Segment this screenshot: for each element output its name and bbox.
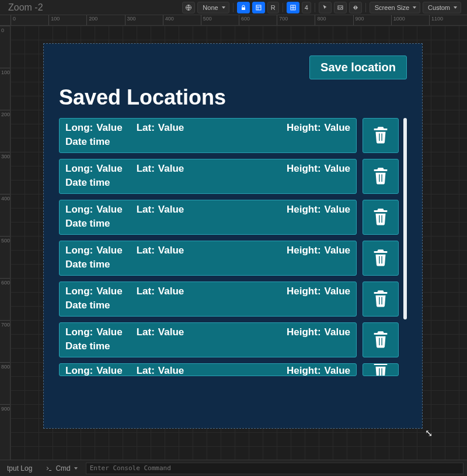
- height-value: Value: [325, 286, 350, 297]
- console-command-input[interactable]: [86, 463, 463, 474]
- location-card[interactable]: Long ValueLat ValueHeight ValueDate time: [59, 118, 357, 153]
- height-label: Height: [287, 326, 321, 338]
- mirror-icon[interactable]: [349, 2, 362, 13]
- cmd-label: Cmd: [55, 464, 70, 472]
- delete-location-button[interactable]: [363, 118, 399, 153]
- datetime-value: Date time: [65, 300, 350, 311]
- long-label: Long: [65, 365, 93, 376]
- datetime-value: Date time: [65, 136, 350, 148]
- long-label: Long: [65, 245, 93, 256]
- location-card[interactable]: Long ValueLat ValueHeight ValueDate time: [59, 363, 357, 376]
- lat-label: Lat: [137, 122, 155, 134]
- ruler-tick: 200: [0, 110, 10, 152]
- cmd-dropdown[interactable]: Cmd: [41, 463, 79, 474]
- trash-icon: [371, 288, 391, 310]
- locations-scrollbar[interactable]: [403, 118, 407, 376]
- ruler-tick: 400: [163, 15, 201, 25]
- delete-location-button[interactable]: [363, 282, 399, 317]
- location-row: Long ValueLat ValueHeight ValueDate time: [59, 322, 399, 357]
- image-icon[interactable]: [334, 2, 347, 13]
- trash-icon: [371, 124, 391, 147]
- ruler-tick: 300: [125, 15, 163, 25]
- height-label: Height: [287, 204, 321, 216]
- saved-locations-panel: Save location Saved Locations Long Value…: [44, 44, 422, 428]
- location-row: Long ValueLat ValueHeight ValueDate time: [59, 241, 399, 276]
- ruler-tick: 700: [277, 15, 315, 25]
- long-label: Long: [65, 326, 93, 338]
- lock-icon[interactable]: [237, 2, 250, 13]
- ruler-tick: 0: [11, 15, 48, 25]
- trash-icon: [371, 247, 391, 269]
- widget-bounds[interactable]: ⤡ Save location Saved Locations Long Val…: [43, 43, 423, 429]
- ruler-tick: 100: [0, 68, 10, 110]
- location-card[interactable]: Long ValueLat ValueHeight ValueDate time: [59, 282, 357, 317]
- lat-value: Value: [158, 122, 184, 134]
- editor-top-toolbar: Zoom -2 None R 4 Screen Size Custom: [0, 0, 467, 15]
- layout-outline-icon[interactable]: [252, 2, 265, 13]
- location-card[interactable]: Long ValueLat ValueHeight ValueDate time: [59, 200, 357, 235]
- datetime-value: Date time: [65, 218, 350, 230]
- datetime-value: Date time: [65, 341, 350, 352]
- lat-value: Value: [158, 286, 184, 297]
- ruler-tick: 900: [0, 404, 10, 446]
- trash-icon: [371, 165, 391, 187]
- datetime-value: Date time: [65, 259, 350, 270]
- ruler-tick: 600: [239, 15, 277, 25]
- ruler-tick: 500: [0, 236, 10, 278]
- cursor-icon[interactable]: [319, 2, 332, 13]
- globe-icon[interactable]: [182, 2, 195, 13]
- svg-rect-2: [256, 5, 261, 10]
- respects-locks-button[interactable]: R: [267, 2, 279, 13]
- ruler-tick: 800: [0, 362, 10, 404]
- long-label: Long: [65, 163, 93, 175]
- delete-location-button[interactable]: [363, 241, 399, 276]
- height-value: Value: [325, 365, 350, 376]
- fill-rule-dropdown[interactable]: Custom: [423, 2, 461, 13]
- output-log-tab[interactable]: tput Log: [4, 463, 36, 474]
- location-row: Long ValueLat ValueHeight ValueDate time: [59, 200, 399, 235]
- ruler-tick: 900: [353, 15, 391, 25]
- height-value: Value: [325, 204, 350, 216]
- lat-label: Lat: [137, 286, 155, 297]
- delete-location-button[interactable]: [363, 363, 399, 376]
- ruler-tick: 0: [0, 26, 10, 68]
- grid-snap-value[interactable]: 4: [302, 2, 311, 13]
- long-value: Value: [96, 365, 122, 376]
- location-card[interactable]: Long ValueLat ValueHeight ValueDate time: [59, 159, 357, 194]
- delete-location-button[interactable]: [363, 322, 399, 357]
- zoom-indicator: Zoom -2: [8, 2, 43, 13]
- ruler-tick: 1000: [391, 15, 429, 25]
- toolbar-right-cluster: None R 4 Screen Size Custom: [182, 0, 461, 15]
- screen-size-dropdown[interactable]: Screen Size: [370, 2, 420, 13]
- location-card[interactable]: Long ValueLat ValueHeight ValueDate time: [59, 241, 357, 276]
- grid-snap-icon[interactable]: [287, 2, 299, 13]
- ruler-tick: 1100: [429, 15, 467, 25]
- height-value: Value: [325, 122, 350, 134]
- trash-icon: [371, 329, 391, 351]
- delete-location-button[interactable]: [363, 159, 399, 194]
- datetime-value: Date time: [65, 177, 350, 189]
- ruler-tick: 400: [0, 194, 10, 236]
- delete-location-button[interactable]: [363, 200, 399, 235]
- long-label: Long: [65, 204, 93, 216]
- long-value: Value: [96, 245, 122, 256]
- lat-label: Lat: [137, 326, 155, 338]
- location-row: Long ValueLat ValueHeight ValueDate time: [59, 282, 399, 317]
- long-value: Value: [96, 204, 122, 216]
- height-label: Height: [287, 286, 321, 297]
- localization-dropdown[interactable]: None: [197, 2, 229, 13]
- save-location-button[interactable]: Save location: [309, 55, 407, 79]
- lat-label: Lat: [137, 365, 155, 376]
- location-card[interactable]: Long ValueLat ValueHeight ValueDate time: [59, 322, 357, 357]
- lat-value: Value: [158, 204, 184, 216]
- editor-bottom-bar: tput Log Cmd: [0, 460, 467, 476]
- ruler-vertical: 0100200300400500600700800900: [0, 26, 11, 460]
- ruler-tick: 300: [0, 152, 10, 194]
- lat-value: Value: [158, 365, 184, 376]
- ruler-tick: 200: [86, 15, 124, 25]
- designer-canvas[interactable]: ⤡ Save location Saved Locations Long Val…: [11, 26, 467, 460]
- height-label: Height: [287, 122, 321, 134]
- height-value: Value: [325, 245, 350, 256]
- lat-label: Lat: [137, 204, 155, 216]
- resize-handle-icon[interactable]: ⤡: [425, 428, 433, 439]
